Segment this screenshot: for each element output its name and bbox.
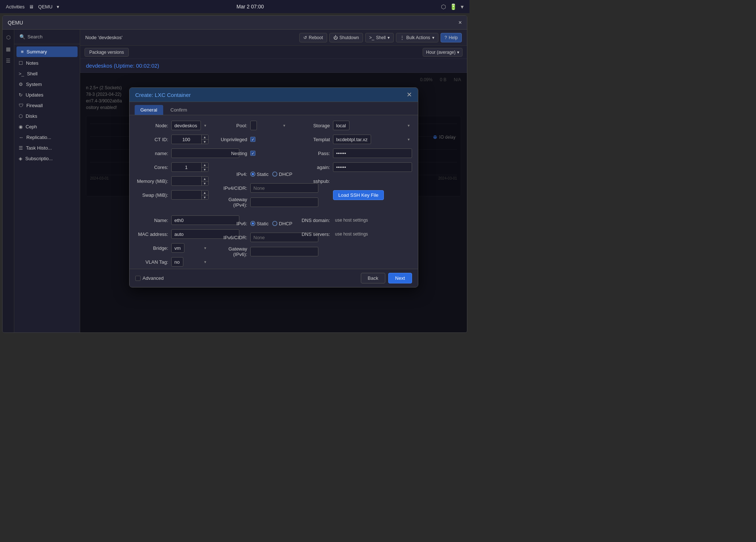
sidebar-item-replication[interactable]: ↔ Replicatio... bbox=[14, 132, 80, 143]
modal-header: Create: LXC Container ✕ bbox=[130, 88, 418, 102]
again-label: again: bbox=[293, 165, 330, 170]
package-versions-button[interactable]: Package versions bbox=[85, 48, 129, 57]
sidebar-icon-storage[interactable]: ▦ bbox=[4, 44, 13, 54]
sidebar-icon-menu[interactable]: ☰ bbox=[4, 56, 13, 65]
help-icon: ? bbox=[445, 35, 447, 40]
memory-up-button[interactable]: ▲ bbox=[202, 176, 208, 181]
shell-label: Shell bbox=[376, 35, 386, 40]
ctid-stepper[interactable]: 100 ▲ ▼ bbox=[171, 135, 209, 144]
memory-label: Memory (MiB): bbox=[135, 178, 168, 184]
modal-body: Node: devdeskos CT ID: bbox=[130, 115, 418, 269]
sidebar-item-updates[interactable]: ↻ Updates bbox=[14, 90, 80, 100]
ipv6-radio-group: Static DHCP bbox=[250, 221, 292, 226]
vlan-label: VLAN Tag: bbox=[135, 259, 168, 265]
dns-servers-value: use host settings bbox=[333, 230, 370, 238]
advanced-check-row: Advanced bbox=[135, 275, 164, 281]
again-input[interactable] bbox=[333, 162, 412, 172]
node-select[interactable]: devdeskos bbox=[171, 121, 201, 130]
main-window: QEMU × ⬡ ▦ ☰ 🔍 Search ≡ Summary bbox=[2, 15, 467, 333]
ipv6-static-radio[interactable]: Static bbox=[250, 221, 269, 226]
swap-stepper[interactable]: ▲ ▼ bbox=[171, 190, 209, 200]
app-name[interactable]: QEMU bbox=[38, 4, 52, 10]
template-select[interactable]: lxcdebtpl.tar.xz bbox=[333, 135, 371, 144]
ipv4-dhcp-radio[interactable]: DHCP bbox=[272, 172, 292, 177]
nav-items: ≡ Summary ☐ Notes >_ Shell ⚙ System ↻ bbox=[14, 44, 80, 332]
cores-value: 1 bbox=[172, 165, 201, 170]
pool-select[interactable] bbox=[250, 121, 257, 130]
firewall-icon: 🛡 bbox=[19, 103, 23, 108]
next-button[interactable]: Next bbox=[388, 273, 412, 283]
memory-down-button[interactable]: ▼ bbox=[202, 181, 208, 186]
advanced-checkbox[interactable] bbox=[135, 276, 141, 281]
load-ssh-button[interactable]: Load SSH Key File bbox=[333, 190, 384, 200]
shutdown-button[interactable]: ⏻ Shutdown bbox=[329, 33, 363, 42]
sidebar-item-system[interactable]: ⚙ System bbox=[14, 79, 80, 90]
ctid-down-button[interactable]: ▼ bbox=[202, 139, 208, 144]
help-button[interactable]: ? Help bbox=[441, 33, 462, 42]
sidebar-item-shell[interactable]: >_ Shell bbox=[14, 68, 80, 79]
sidebar-item-label: Disks bbox=[26, 113, 37, 119]
form-row-node: Node: devdeskos bbox=[135, 120, 209, 131]
form-row-mac: MAC address: bbox=[135, 229, 209, 239]
battery-icon[interactable]: 🔋 bbox=[450, 3, 457, 10]
clock: Mar 2 07:00 bbox=[236, 4, 264, 10]
ctid-up-button[interactable]: ▲ bbox=[202, 135, 208, 139]
sidebar-item-ceph[interactable]: ◉ Ceph bbox=[14, 121, 80, 132]
cores-down-button[interactable]: ▼ bbox=[202, 167, 208, 172]
ipv6-dhcp-radio[interactable]: DHCP bbox=[272, 221, 292, 226]
sidebar-item-taskhistory[interactable]: ☰ Task Histo... bbox=[14, 143, 80, 153]
bridge-label: Bridge: bbox=[135, 245, 168, 251]
advanced-label: Advanced bbox=[143, 275, 164, 281]
bulk-dropdown-icon[interactable]: ▾ bbox=[432, 35, 434, 40]
sidebar-icon-vm[interactable]: ⬡ bbox=[4, 33, 13, 42]
app-dropdown-icon[interactable]: ▾ bbox=[57, 4, 59, 10]
vlan-select[interactable]: no bbox=[171, 257, 183, 267]
help-label: Help bbox=[449, 35, 458, 40]
ipv4-static-radio[interactable]: Static bbox=[250, 172, 269, 177]
cores-up-button[interactable]: ▲ bbox=[202, 162, 208, 167]
bulk-actions-button[interactable]: ⋮ Bulk Actions ▾ bbox=[396, 33, 438, 42]
window-title: QEMU bbox=[8, 20, 23, 26]
sidebar-item-notes[interactable]: ☐ Notes bbox=[14, 58, 80, 68]
network-icon[interactable]: ⬡ bbox=[441, 3, 446, 10]
pass-input[interactable] bbox=[333, 148, 412, 158]
sidebar-item-disks[interactable]: ⬡ Disks bbox=[14, 111, 80, 121]
search-icon: 🔍 bbox=[19, 34, 25, 39]
swap-down-button[interactable]: ▼ bbox=[202, 195, 208, 200]
storage-select-wrapper: local bbox=[333, 121, 412, 130]
tab-general[interactable]: General bbox=[135, 105, 163, 115]
ipv6-static-label: Static bbox=[257, 221, 269, 226]
sidebar-item-summary[interactable]: ≡ Summary bbox=[16, 46, 78, 57]
storage-select[interactable]: local bbox=[333, 121, 349, 130]
nav-search-box[interactable]: 🔍 Search bbox=[17, 33, 77, 41]
modal-close-button[interactable]: ✕ bbox=[407, 91, 412, 98]
hour-average-select[interactable]: Hour (average) ▾ bbox=[423, 48, 463, 57]
sidebar-item-subscription[interactable]: ◈ Subscriptio... bbox=[14, 153, 80, 164]
activities-label[interactable]: Activities bbox=[6, 4, 25, 10]
form-row-storage: Storage local bbox=[293, 120, 412, 131]
swap-up-button[interactable]: ▲ bbox=[202, 190, 208, 195]
bridge-select[interactable]: vm bbox=[171, 243, 184, 253]
shell-dropdown-icon[interactable]: ▾ bbox=[388, 35, 390, 40]
search-label: Search bbox=[27, 34, 42, 39]
dns-domain-label: DNS domain: bbox=[293, 218, 330, 223]
cores-stepper[interactable]: 1 ▲ ▼ bbox=[171, 162, 209, 172]
ctid-label: CT ID: bbox=[135, 137, 168, 142]
sidebar-item-label: Shell bbox=[27, 71, 38, 76]
nesting-checkbox[interactable]: ✓ bbox=[250, 151, 255, 156]
window-close-button[interactable]: × bbox=[459, 19, 462, 26]
form-row-swap: Swap (MiB): ▲ ▼ bbox=[135, 190, 209, 200]
back-button[interactable]: Back bbox=[361, 273, 385, 283]
reboot-button[interactable]: ↺ Reboot bbox=[299, 33, 327, 42]
sidebar-item-label: System bbox=[26, 82, 42, 87]
taskhistory-icon: ☰ bbox=[19, 145, 23, 151]
memory-stepper[interactable]: ▲ ▼ bbox=[171, 176, 209, 186]
memory-stepper-buttons: ▲ ▼ bbox=[201, 176, 208, 186]
tab-confirm[interactable]: Confirm bbox=[165, 105, 193, 115]
sidebar-item-firewall[interactable]: 🛡 Firewall bbox=[14, 100, 80, 111]
node-select-wrapper: devdeskos bbox=[171, 121, 209, 130]
unprivileged-checkbox[interactable]: ✓ bbox=[250, 137, 255, 142]
shell-button[interactable]: >_ Shell ▾ bbox=[365, 33, 394, 42]
system-menu-icon[interactable]: ▾ bbox=[461, 3, 464, 10]
hour-average-label: Hour (average) bbox=[426, 50, 456, 55]
